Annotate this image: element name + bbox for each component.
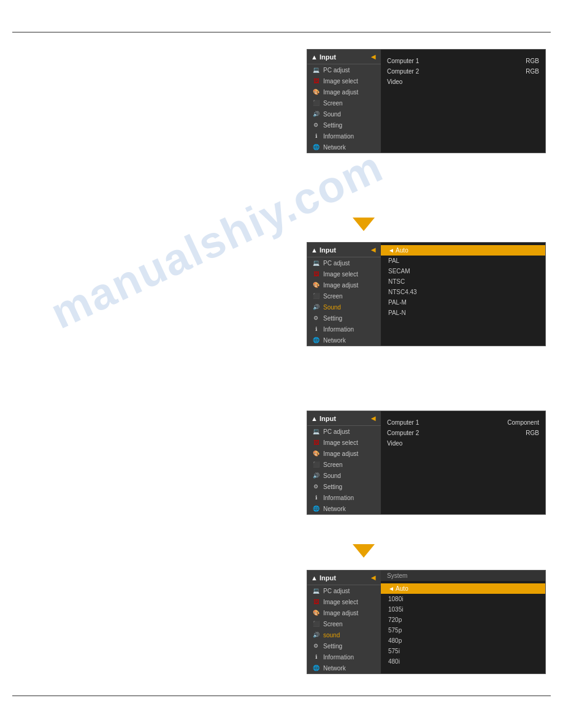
p4-sidebar-label-setting: Setting <box>323 643 342 650</box>
p4-sidebar-label-screen: Screen <box>323 621 343 628</box>
sidebar-item-image-adjust[interactable]: 🎨 Image adjust <box>307 86 381 97</box>
sound-icon: 🔊 <box>311 110 321 118</box>
p4-sidebar-label-information: Information <box>323 654 354 661</box>
p3-sidebar-item-network[interactable]: 🌐 Network <box>307 503 381 514</box>
sidebar-item-image-select[interactable]: 🖼 Image select <box>307 75 381 86</box>
p3-sidebar-item-pc-adjust[interactable]: 💻 PC adjust <box>307 426 381 437</box>
p3-sidebar-item-information[interactable]: ℹ Information <box>307 492 381 503</box>
dropdown-item-ntsc[interactable]: NTSC <box>381 276 545 287</box>
panel3-row-video: Video <box>381 438 545 449</box>
p3-setting-icon: ⚙ <box>311 483 321 490</box>
p4-dropdown-item-1080i[interactable]: 1080i <box>381 594 545 604</box>
panel3-sidebar: ▲ Input ◄ 💻 PC adjust 🖼 Image select 🎨 I… <box>307 411 381 514</box>
p2-sidebar-item-image-select[interactable]: 🖼 Image select <box>307 268 381 279</box>
dropdown-item-auto[interactable]: ◄ Auto <box>381 245 545 256</box>
p3-sidebar-item-sound[interactable]: 🔊 Sound <box>307 470 381 481</box>
p3-sidebar-item-image-select[interactable]: 🖼 Image select <box>307 437 381 448</box>
p3-screen-icon: ⬛ <box>311 461 321 468</box>
dropdown-item-ntsc443[interactable]: NTSC4.43 <box>381 287 545 297</box>
sidebar-item-information[interactable]: ℹ Information <box>307 131 381 142</box>
p2-setting-icon: ⚙ <box>311 314 321 322</box>
p3-sidebar-label-information: Information <box>323 495 354 501</box>
panel1-row-computer2: Computer 2 RGB <box>381 66 545 77</box>
dropdown-item-paln[interactable]: PAL-N <box>381 308 545 318</box>
p2-sidebar-item-screen[interactable]: ⬛ Screen <box>307 290 381 301</box>
p2-sidebar-item-information[interactable]: ℹ Information <box>307 324 381 335</box>
p2-sidebar-item-image-adjust[interactable]: 🎨 Image adjust <box>307 279 381 290</box>
p4-sidebar-item-image-select[interactable]: 🖼 Image select <box>307 596 381 607</box>
p3-sidebar-item-image-adjust[interactable]: 🎨 Image adjust <box>307 448 381 459</box>
p3-sidebar-item-setting[interactable]: ⚙ Setting <box>307 481 381 492</box>
p4-dropdown-item-575i[interactable]: 575i <box>381 646 545 656</box>
p4-dropdown-item-1035i[interactable]: 1035i <box>381 604 545 615</box>
p4-dropdown-item-720p[interactable]: 720p <box>381 615 545 625</box>
p4-sidebar-label-image-select: Image select <box>323 599 358 605</box>
p4-dropdown-item-480i[interactable]: 480i <box>381 656 545 667</box>
dropdown-item-palm[interactable]: PAL-M <box>381 297 545 308</box>
p4-sidebar-item-screen[interactable]: ⬛ Screen <box>307 618 381 629</box>
p2-sidebar-item-pc-adjust[interactable]: 💻 PC adjust <box>307 257 381 268</box>
p4-sidebar-item-network[interactable]: 🌐 Network <box>307 662 381 673</box>
p4-dropdown-item-575p[interactable]: 575p <box>381 625 545 635</box>
image-select-icon: 🖼 <box>311 77 321 85</box>
p4-sidebar-item-pc-adjust[interactable]: 💻 PC adjust <box>307 585 381 596</box>
p2-sidebar-label-sound: Sound <box>323 304 341 311</box>
p2-image-select-icon: 🖼 <box>311 270 321 278</box>
p4-setting-icon: ⚙ <box>311 642 321 650</box>
panel1-content: Computer 1 RGB Computer 2 RGB Video <box>381 50 545 153</box>
bottom-rule <box>12 696 551 696</box>
p2-image-adjust-icon: 🎨 <box>311 281 321 289</box>
p3-pc-adjust-icon: 💻 <box>311 428 321 435</box>
panel2-header-label: ▲ Input <box>311 246 336 254</box>
p3-label-computer2: Computer 2 <box>387 430 419 436</box>
panel4-system-header: System <box>381 571 545 581</box>
p2-screen-icon: ⬛ <box>311 292 321 300</box>
panel3: ▲ Input ◄ 💻 PC adjust 🖼 Image select 🎨 I… <box>307 411 546 429</box>
p4-sidebar-label-sound: sound <box>323 632 340 639</box>
panel2-header-arrow: ◄ <box>369 245 377 254</box>
sidebar-item-screen[interactable]: ⬛ Screen <box>307 97 381 108</box>
p3-label-video: Video <box>387 440 402 447</box>
label-computer2: Computer 2 <box>387 68 419 75</box>
p3-information-icon: ℹ <box>311 494 321 501</box>
p4-sidebar-item-sound[interactable]: 🔊 sound <box>307 629 381 640</box>
panel1-row-computer1: Computer 1 RGB <box>381 56 545 66</box>
p4-sidebar-item-image-adjust[interactable]: 🎨 Image adjust <box>307 607 381 618</box>
panel4-sidebar: ▲ Input ◄ 💻 PC adjust 🖼 Image select 🎨 I… <box>307 571 381 673</box>
p4-sidebar-item-setting[interactable]: ⚙ Setting <box>307 640 381 651</box>
setting-icon: ⚙ <box>311 121 321 129</box>
p3-sidebar-label-pc-adjust: PC adjust <box>323 428 350 435</box>
sidebar-label-pc-adjust: PC adjust <box>323 67 350 74</box>
p2-sidebar-item-network[interactable]: 🌐 Network <box>307 335 381 346</box>
panel1-header-arrow: ◄ <box>369 52 377 61</box>
dropdown-item-secam[interactable]: SECAM <box>381 266 545 276</box>
p2-sidebar-label-pc-adjust: PC adjust <box>323 260 350 267</box>
sidebar-item-sound[interactable]: 🔊 Sound <box>307 108 381 119</box>
p4-dropdown-item-auto[interactable]: ◄ Auto <box>381 583 545 594</box>
panel3-header-label: ▲ Input <box>311 415 336 422</box>
p3-sidebar-label-image-select: Image select <box>323 439 358 446</box>
sidebar-label-sound: Sound <box>323 111 341 118</box>
p4-image-select-icon: 🖼 <box>311 598 321 605</box>
p3-sidebar-item-screen[interactable]: ⬛ Screen <box>307 459 381 470</box>
p4-dropdown-item-480p[interactable]: 480p <box>381 635 545 646</box>
p3-value-computer2: RGB <box>526 430 539 436</box>
sidebar-label-network: Network <box>323 144 346 151</box>
panel2-sidebar: ▲ Input ◄ 💻 PC adjust 🖼 Image select 🎨 I… <box>307 243 381 346</box>
panel2: ▲ Input ◄ 💻 PC adjust 🖼 Image select 🎨 I… <box>307 242 546 251</box>
p2-sidebar-item-sound[interactable]: 🔊 Sound <box>307 301 381 313</box>
sidebar-label-image-adjust: Image adjust <box>323 89 358 96</box>
p2-sidebar-item-setting[interactable]: ⚙ Setting <box>307 313 381 324</box>
p4-image-adjust-icon: 🎨 <box>311 609 321 616</box>
p3-sidebar-label-setting: Setting <box>323 483 342 490</box>
panel3-row-computer2: Computer 2 RGB <box>381 428 545 438</box>
dropdown-item-pal[interactable]: PAL <box>381 256 545 266</box>
sidebar-item-pc-adjust[interactable]: 💻 PC adjust <box>307 64 381 75</box>
panel1: ▲ Input ◄ 💻 PC adjust 🖼 Image select 🎨 I… <box>307 49 546 67</box>
sidebar-item-network[interactable]: 🌐 Network <box>307 142 381 153</box>
sidebar-label-image-select: Image select <box>323 78 358 85</box>
panel4-header: ▲ Input ◄ <box>307 571 381 585</box>
panel2-menu: ▲ Input ◄ 💻 PC adjust 🖼 Image select 🎨 I… <box>307 242 546 346</box>
p4-sidebar-item-information[interactable]: ℹ Information <box>307 651 381 662</box>
sidebar-item-setting[interactable]: ⚙ Setting <box>307 119 381 131</box>
